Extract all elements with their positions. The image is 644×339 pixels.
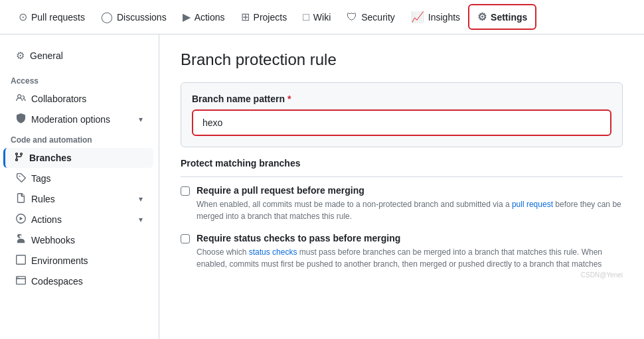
moderation-chevron-icon: ▾	[139, 115, 143, 124]
rules-chevron-icon: ▾	[139, 194, 143, 204]
sidebar-item-codespaces[interactable]: Codespaces	[5, 271, 153, 291]
option-status-checks-content: Require status checks to pass before mer…	[197, 233, 623, 279]
protect-section: Protect matching branches Require a pull…	[181, 158, 623, 279]
option-status-checks: Require status checks to pass before mer…	[181, 233, 623, 279]
sidebar-item-webhooks[interactable]: Webhooks	[5, 230, 153, 250]
branch-name-input[interactable]	[195, 112, 609, 133]
nav-pull-requests[interactable]: ⊙ Pull requests	[11, 5, 93, 29]
sidebar-item-environments[interactable]: Environments	[5, 251, 153, 271]
main-content: Branch protection rule Branch name patte…	[159, 34, 644, 339]
insights-icon: 📈	[411, 11, 424, 23]
moderation-icon	[16, 113, 26, 125]
nav-discussions[interactable]: ◯ Discussions	[93, 5, 175, 29]
sidebar-item-actions[interactable]: Actions ▾	[5, 210, 153, 230]
option1-title: Require a pull request before merging	[197, 185, 623, 196]
sidebar-item-general[interactable]: ⚙ General	[5, 46, 153, 66]
branch-name-label: Branch name pattern *	[192, 94, 611, 104]
sidebar-item-moderation[interactable]: Moderation options ▾	[5, 109, 153, 129]
nav-security[interactable]: 🛡 Security	[339, 6, 403, 29]
projects-icon: ⊞	[241, 11, 250, 23]
discussions-icon: ◯	[101, 11, 113, 23]
nav-projects[interactable]: ⊞ Projects	[233, 5, 295, 29]
pull-request-link[interactable]: pull request	[512, 200, 553, 209]
nav-wiki[interactable]: □ Wiki	[295, 6, 339, 29]
sidebar-actions-icon	[16, 214, 26, 226]
nav-insights[interactable]: 📈 Insights	[403, 5, 468, 29]
sidebar-item-branches[interactable]: Branches	[3, 148, 153, 168]
code-section-label: Code and automation	[0, 130, 159, 147]
branch-name-section: Branch name pattern *	[181, 82, 623, 147]
rules-icon	[16, 193, 26, 205]
sidebar-item-tags[interactable]: Tags	[5, 169, 153, 188]
environments-icon	[16, 255, 26, 267]
wiki-icon: □	[303, 11, 309, 23]
sidebar: ⚙ General Access Collaborators Moderatio…	[0, 34, 159, 339]
codespaces-icon	[16, 275, 26, 287]
option2-desc: Choose which status checks must pass bef…	[197, 246, 623, 270]
status-checks-link[interactable]: status checks	[249, 247, 297, 257]
collaborators-icon	[16, 93, 26, 105]
required-star: *	[287, 94, 291, 104]
branch-input-wrapper	[192, 109, 611, 136]
tags-icon	[16, 172, 26, 184]
pull-request-icon: ⊙	[19, 11, 27, 23]
option-pull-request: Require a pull request before merging Wh…	[181, 185, 623, 222]
webhooks-icon	[16, 234, 26, 246]
actions-icon: ▶	[183, 11, 191, 23]
general-icon: ⚙	[16, 50, 25, 62]
actions-chevron-icon: ▾	[139, 215, 143, 224]
protect-title: Protect matching branches	[181, 158, 623, 177]
sidebar-item-collaborators[interactable]: Collaborators	[5, 89, 153, 109]
nav-actions[interactable]: ▶ Actions	[175, 5, 233, 29]
security-icon: 🛡	[347, 11, 357, 23]
status-checks-checkbox[interactable]	[181, 234, 190, 243]
nav-settings[interactable]: ⚙ Settings	[468, 4, 536, 30]
access-section-label: Access	[0, 71, 159, 88]
pull-request-checkbox[interactable]	[181, 186, 190, 196]
option2-title: Require status checks to pass before mer…	[197, 233, 623, 243]
top-nav: ⊙ Pull requests ◯ Discussions ▶ Actions …	[0, 0, 644, 34]
layout: ⚙ General Access Collaborators Moderatio…	[0, 34, 644, 339]
sidebar-item-rules[interactable]: Rules ▾	[5, 189, 153, 209]
option1-desc: When enabled, all commits must be made t…	[197, 198, 623, 222]
option-pull-request-content: Require a pull request before merging Wh…	[197, 185, 623, 222]
branches-icon	[14, 152, 24, 164]
page-title: Branch protection rule	[181, 50, 623, 69]
settings-icon: ⚙	[477, 11, 487, 23]
watermark: CSDN@Yenei	[197, 271, 623, 279]
